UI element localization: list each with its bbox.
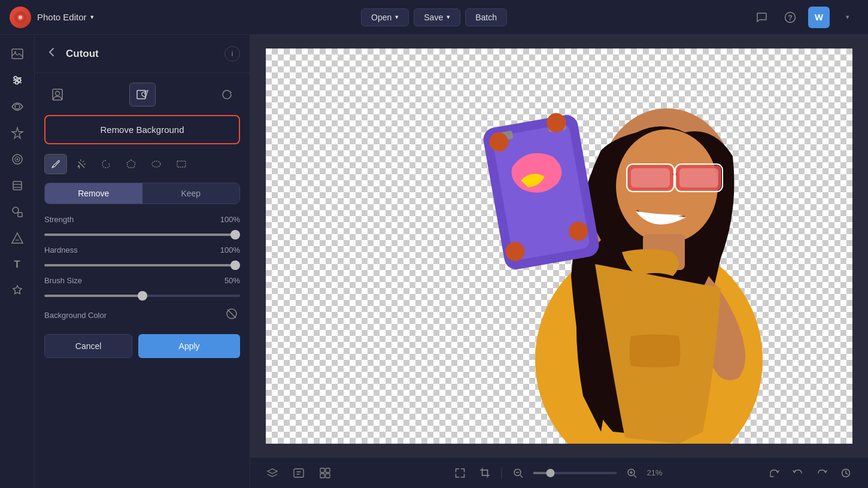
cutout-panel: Cutout i [35, 35, 250, 488]
sidebar-item-view[interactable] [5, 95, 29, 119]
strength-slider[interactable] [44, 234, 240, 236]
app-logo [10, 7, 31, 28]
bg-color-button[interactable] [223, 307, 240, 323]
strength-label: Strength [44, 215, 74, 224]
panel-info-button[interactable]: i [224, 46, 240, 62]
portrait-tool-button[interactable] [44, 83, 71, 107]
sidebar-item-text[interactable]: T [5, 253, 29, 277]
fit-screen-button[interactable] [450, 463, 471, 483]
edit-bottom-button[interactable] [289, 463, 309, 483]
svg-rect-24 [53, 89, 62, 100]
action-buttons-row: Cancel Apply [44, 334, 240, 358]
chat-icon-button[interactable] [751, 7, 772, 28]
open-label: Open [371, 13, 391, 22]
canvas-area: 21% [250, 35, 868, 488]
sidebar-item-target[interactable] [5, 147, 29, 171]
header-right-actions: ? W ▾ [751, 7, 858, 28]
svg-rect-59 [326, 474, 330, 478]
avatar-chevron-button[interactable]: ▾ [837, 7, 858, 28]
sidebar-item-adjustments[interactable] [5, 68, 29, 92]
svg-point-12 [15, 104, 20, 109]
keep-toggle-button[interactable]: Keep [142, 183, 240, 204]
crop-button[interactable] [475, 463, 496, 483]
zoom-in-button[interactable] [622, 463, 642, 483]
svg-point-25 [56, 92, 60, 96]
background-color-row: Background Color [44, 307, 240, 323]
svg-rect-21 [18, 213, 22, 217]
hardness-slider-section: Hardness 100% [44, 245, 240, 269]
svg-rect-4 [12, 49, 23, 59]
brush-size-label: Brush Size [44, 276, 82, 285]
open-chevron: ▾ [395, 13, 399, 21]
panel-info-icon: i [232, 49, 233, 58]
svg-rect-41 [631, 168, 670, 187]
canvas-checkerboard[interactable] [266, 49, 852, 444]
sidebar-item-image[interactable] [5, 42, 29, 66]
bottom-left-tools [262, 463, 335, 483]
header-center-actions: Open ▾ Save ▾ Batch [361, 8, 507, 26]
bottom-right-tools [764, 463, 856, 483]
open-button[interactable]: Open ▾ [361, 8, 409, 26]
cancel-label: Cancel [75, 341, 102, 351]
svg-line-29 [83, 161, 84, 162]
ellipse-select-button[interactable] [145, 154, 168, 174]
app-name-button[interactable]: Photo Editor ▾ [37, 12, 94, 22]
apply-label: Apply [179, 341, 200, 351]
canvas-main[interactable] [250, 35, 868, 457]
brush-tools-row [44, 154, 240, 174]
sidebar-item-layers[interactable] [5, 174, 29, 198]
remove-bg-label: Remove Background [100, 125, 184, 135]
bottom-bar: 21% [250, 457, 868, 488]
redo-history-button[interactable] [764, 463, 784, 483]
tool-icons-row [44, 83, 240, 107]
remove-background-button[interactable]: Remove Background [44, 115, 240, 144]
hardness-slider[interactable] [44, 264, 240, 266]
panel-header: Cutout i [35, 35, 250, 73]
avatar[interactable]: W [808, 7, 830, 28]
sidebar-item-badge[interactable] [5, 279, 29, 303]
icon-bar: T [0, 35, 35, 488]
zoom-thumb [547, 469, 555, 477]
panel-back-button[interactable] [44, 44, 60, 63]
sidebar-item-effects[interactable] [5, 121, 29, 145]
rect-select-button[interactable] [170, 154, 193, 174]
remove-keep-toggle: Remove Keep [44, 183, 240, 204]
svg-line-34 [227, 310, 236, 318]
svg-marker-13 [12, 128, 23, 138]
avatar-letter: W [815, 12, 823, 22]
grid-bottom-button[interactable] [315, 463, 335, 483]
sidebar-item-shapes[interactable] [5, 200, 29, 224]
svg-point-5 [14, 51, 16, 53]
remove-toggle-label: Remove [78, 189, 109, 198]
strength-slider-section: Strength 100% [44, 215, 240, 238]
zoom-track[interactable] [533, 472, 617, 474]
svg-rect-17 [13, 181, 22, 190]
brush-size-slider[interactable] [44, 295, 240, 297]
polygon-lasso-button[interactable] [120, 154, 142, 174]
svg-rect-55 [294, 469, 304, 477]
apply-button[interactable]: Apply [138, 334, 240, 358]
main-body: T Cutout i [0, 35, 868, 488]
cutout-tool-button[interactable] [129, 83, 156, 107]
help-icon-button[interactable]: ? [779, 7, 801, 28]
panel-title: Cutout [66, 48, 218, 60]
remove-toggle-button[interactable]: Remove [45, 183, 142, 204]
zoom-out-button[interactable] [508, 463, 529, 483]
batch-label: Batch [475, 13, 497, 22]
sidebar-item-filters[interactable] [5, 226, 29, 250]
save-button[interactable]: Save ▾ [414, 8, 460, 26]
lasso-tool-button[interactable] [95, 154, 117, 174]
undo-button[interactable] [788, 463, 808, 483]
cancel-button[interactable]: Cancel [44, 334, 132, 358]
brush-tool-button[interactable] [44, 154, 67, 174]
brush-size-slider-section: Brush Size 50% [44, 276, 240, 299]
batch-button[interactable]: Batch [465, 8, 507, 26]
refresh-tool-button[interactable] [214, 83, 240, 107]
svg-rect-56 [320, 468, 324, 472]
magic-wand-button[interactable] [69, 154, 92, 174]
history-button[interactable] [836, 463, 856, 483]
svg-text:?: ? [788, 14, 792, 22]
svg-rect-60 [482, 470, 488, 475]
layers-bottom-button[interactable] [262, 463, 283, 483]
redo-button[interactable] [812, 463, 832, 483]
